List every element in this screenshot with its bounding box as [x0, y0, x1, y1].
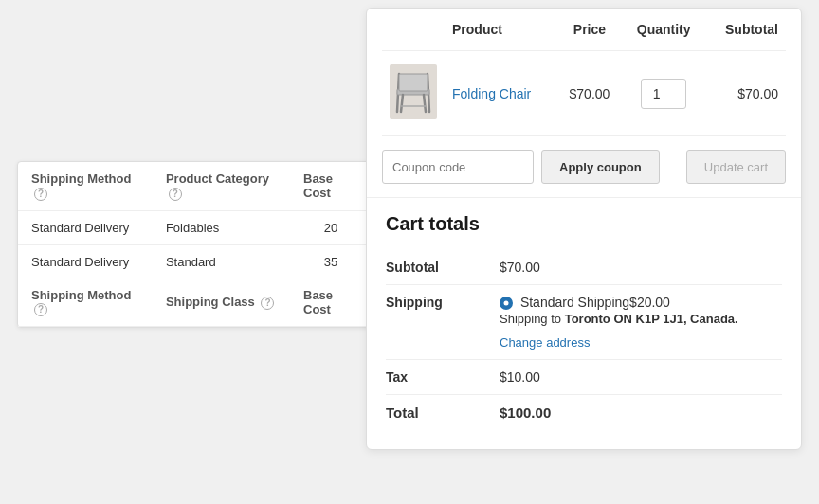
table-row: Standard Delivery Standard 35: [18, 244, 372, 279]
footer-shipping-label: Shipping Method: [31, 288, 131, 302]
shipping-option-row: Standard Shipping$20.00: [500, 295, 782, 310]
col-quantity: Quantity: [623, 9, 705, 51]
product-image-cell: [382, 51, 445, 136]
col-image: [382, 9, 445, 51]
row1-base-cost: 20: [290, 210, 372, 244]
apply-coupon-button[interactable]: Apply coupon: [541, 150, 660, 184]
cart-panel: Product Price Quantity Subtotal: [366, 8, 802, 450]
row2-product-category: Standard: [153, 244, 290, 279]
coupon-input[interactable]: [382, 150, 534, 184]
shipping-option-text: Standard Shipping$20.00: [520, 295, 670, 310]
footer-shipping-class-label: Shipping Class: [166, 295, 255, 309]
footer-col-shipping-method: Shipping Method ?: [18, 279, 153, 327]
col-product-category: Product Category ?: [153, 162, 290, 210]
product-subtotal-cell: $70.00: [704, 51, 786, 136]
total-value: $100.00: [500, 395, 782, 431]
product-quantity-cell: [623, 51, 705, 136]
product-image-svg: [390, 64, 437, 119]
col-price: Price: [556, 9, 623, 51]
totals-table: Subtotal $70.00 Shipping Standard Shippi…: [386, 250, 782, 430]
footer-col-shipping-class: Shipping Class ?: [153, 279, 290, 327]
shipping-method-help-icon[interactable]: ?: [34, 188, 47, 201]
cart-items-table: Product Price Quantity Subtotal: [382, 9, 786, 136]
shipping-to-text: Shipping to: [500, 312, 561, 326]
base-cost-header: Base Cost: [303, 171, 333, 200]
col-shipping-method: Shipping Method ?: [18, 162, 153, 210]
shipping-value-cell: Standard Shipping$20.00 Shipping to Toro…: [500, 285, 782, 360]
shipping-method-header: Shipping Method: [31, 171, 131, 186]
footer-shipping-help-icon[interactable]: ?: [34, 303, 47, 316]
row1-shipping-method: Standard Delivery: [18, 210, 153, 244]
cart-item-row: Folding Chair $70.00 $70.00: [382, 51, 786, 136]
subtotal-row: Subtotal $70.00: [386, 250, 782, 285]
shipping-address: Toronto ON K1P 1J1, Canada.: [565, 312, 738, 326]
tax-value: $10.00: [500, 360, 782, 395]
cart-totals-title: Cart totals: [386, 213, 782, 235]
col-base-cost: Base Cost: [290, 162, 372, 210]
change-address-link[interactable]: Change address: [500, 335, 782, 350]
tax-row: Tax $10.00: [386, 360, 782, 395]
update-cart-button[interactable]: Update cart: [686, 150, 786, 184]
footer-shipping-class-help-icon[interactable]: ?: [261, 297, 274, 310]
table-row: Standard Delivery Foldables 20: [18, 210, 372, 244]
product-price-cell: $70.00: [556, 51, 623, 136]
footer-col-base-cost: Base Cost: [290, 279, 372, 327]
shipping-label: Shipping: [386, 285, 500, 360]
shipping-info: Shipping to Toronto ON K1P 1J1, Canada.: [500, 310, 782, 330]
svg-rect-4: [399, 74, 428, 91]
product-category-help-icon[interactable]: ?: [169, 188, 182, 201]
shipping-row: Shipping Standard Shipping$20.00 Shippin…: [386, 285, 782, 360]
subtotal-value: $70.00: [500, 250, 782, 285]
shipping-method-table: Shipping Method ? Product Category ? Bas…: [17, 161, 373, 328]
total-row: Total $100.00: [386, 395, 782, 431]
tax-label: Tax: [386, 360, 500, 395]
row1-product-category: Foldables: [153, 210, 290, 244]
total-label: Total: [386, 395, 500, 431]
col-product: Product: [445, 9, 556, 51]
subtotal-label: Subtotal: [386, 250, 500, 285]
row2-shipping-method: Standard Delivery: [18, 244, 153, 279]
footer-base-cost-label: Base Cost: [303, 288, 333, 316]
cart-totals-section: Cart totals Subtotal $70.00 Shipping Sta…: [367, 198, 801, 449]
row2-base-cost: 35: [290, 244, 372, 279]
coupon-row: Apply coupon Update cart: [367, 136, 801, 198]
cart-items-wrap: Product Price Quantity Subtotal: [367, 9, 801, 136]
col-subtotal: Subtotal: [704, 9, 786, 51]
shipping-radio-dot[interactable]: [500, 297, 513, 310]
quantity-input[interactable]: [641, 79, 686, 109]
product-category-header: Product Category: [166, 171, 269, 186]
product-name-cell: Folding Chair: [445, 51, 556, 136]
product-link[interactable]: Folding Chair: [452, 86, 531, 101]
